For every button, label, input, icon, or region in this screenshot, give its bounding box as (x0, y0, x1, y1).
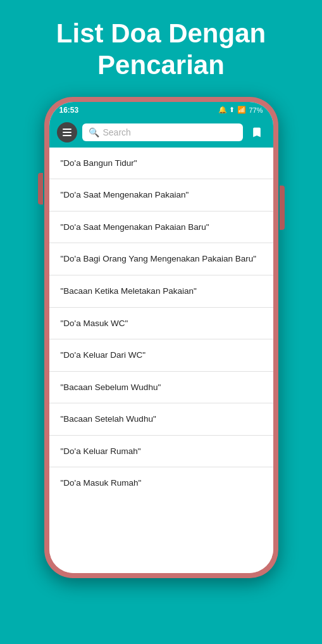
list-item[interactable]: "Do'a Saat Mengenakan Pakaian Baru" (49, 212, 273, 244)
page-title: List Doa Dengan Pencarian (37, 0, 285, 97)
status-bar: 16:53 🔔 ⬆ 📶 77% (49, 102, 273, 117)
list-item[interactable]: "Bacaan Setelah Wudhu" (49, 403, 273, 436)
phone-screen: 16:53 🔔 ⬆ 📶 77% 🔍 Search (49, 102, 273, 573)
list-item[interactable]: "Do'a Keluar Dari WC" (49, 339, 273, 372)
list-item[interactable]: "Do'a Masuk WC" (49, 308, 273, 340)
list-item[interactable]: "Bacaan Sebelum Wudhu" (49, 372, 273, 404)
status-icons: 🔔 ⬆ (218, 106, 235, 114)
list-item[interactable]: "Bacaan Ketika Meletakan Pakaian" (49, 275, 273, 308)
list-item[interactable]: "Do'a Bagi Orang Yang Mengenakan Pakaian… (49, 243, 273, 275)
search-icon: 🔍 (89, 127, 99, 137)
doa-list: "Do'a Bangun Tidur""Do'a Saat Mengenakan… (49, 148, 273, 573)
list-item[interactable]: "Do'a Saat Mengenakan Pakaian" (49, 179, 273, 212)
menu-icon[interactable] (57, 122, 77, 142)
status-battery: 77% (249, 106, 263, 114)
status-right: 🔔 ⬆ 📶 77% (218, 106, 263, 114)
search-bar[interactable]: 🔍 Search (82, 123, 243, 141)
toolbar: 🔍 Search (49, 117, 273, 148)
phone-frame: 16:53 🔔 ⬆ 📶 77% 🔍 Search (44, 97, 278, 578)
list-item[interactable]: "Do'a Bangun Tidur" (49, 148, 273, 180)
status-time: 16:53 (59, 106, 79, 115)
list-item[interactable]: "Do'a Masuk Rumah" (49, 467, 273, 499)
bookmark-button[interactable] (248, 123, 266, 141)
search-input[interactable]: Search (103, 127, 237, 137)
list-item[interactable]: "Do'a Keluar Rumah" (49, 436, 273, 468)
status-signal: 📶 (237, 106, 246, 114)
